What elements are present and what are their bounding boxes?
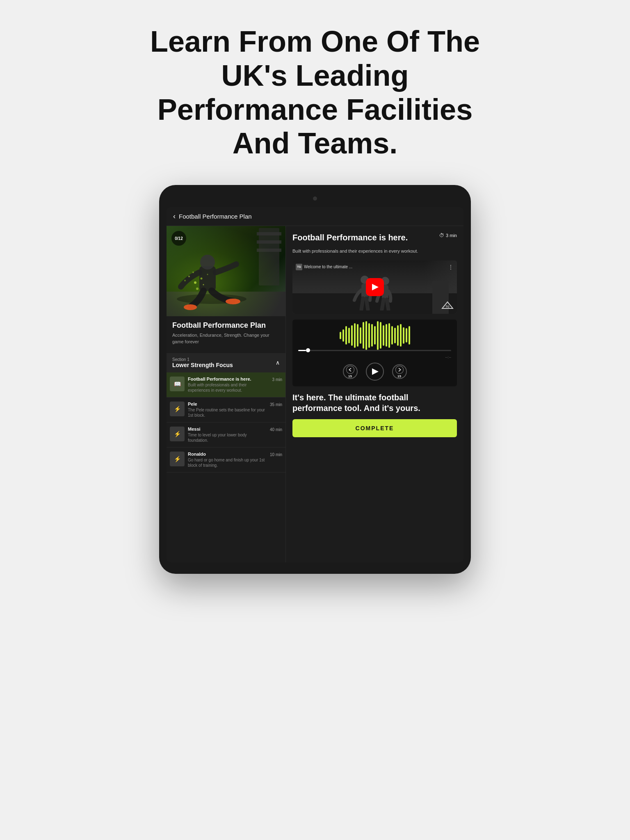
back-icon[interactable]: ‹: [173, 212, 176, 221]
tablet-camera: [313, 196, 317, 201]
chevron-up-icon[interactable]: ∧: [276, 359, 280, 366]
wave-bar: [348, 328, 350, 343]
wave-bar: [406, 328, 407, 342]
progress-thumb: [306, 348, 310, 352]
wave-bar: [409, 326, 410, 345]
lesson-desc: The Pele routine sets the baseline for y…: [188, 407, 267, 418]
video-title-bar: TG Welcome to the ultimate ... ⋮: [296, 264, 454, 270]
wave-bar: [351, 325, 353, 346]
skip-back-button[interactable]: 15: [343, 364, 358, 379]
screen-content: 0/12 Football Performance Plan Accelerat…: [167, 226, 463, 562]
svg-point-9: [203, 284, 204, 285]
lesson-name: Pele: [188, 402, 267, 406]
lesson-name: Ronaldo: [188, 452, 267, 457]
page-headline: Learn From One Of The UK's Leading Perfo…: [130, 25, 500, 160]
plan-subtitle: Acceleration, Endurance, Strength. Chang…: [172, 332, 280, 345]
wave-bar: [354, 323, 356, 348]
svg-text:TG: TG: [445, 305, 450, 308]
video-title-text: Welcome to the ultimate ...: [304, 265, 352, 269]
lesson-item[interactable]: ⚡ Pele The Pele routine sets the baselin…: [167, 397, 285, 422]
play-main-button[interactable]: [366, 363, 384, 381]
video-thumbnail[interactable]: TG Welcome to the ultimate ... ⋮: [292, 260, 457, 314]
book-icon: 📖: [174, 381, 181, 387]
progress-track[interactable]: [298, 350, 451, 351]
wave-bar: [357, 324, 358, 347]
content-title: Football Performance is here.: [292, 233, 439, 242]
time-display: --:--: [298, 355, 451, 359]
skip-forward-label: 15: [397, 374, 401, 378]
svg-point-5: [194, 281, 196, 284]
wave-bar: [371, 324, 373, 347]
progress-badge: 0/12: [171, 231, 186, 246]
complete-button[interactable]: COMPLETE: [292, 419, 457, 437]
svg-point-20: [395, 365, 403, 373]
lesson-item[interactable]: ⚡ Ronaldo Go hard or go home and finish …: [167, 447, 285, 472]
right-column: Football Performance is here. ⏱ 3 min Bu…: [285, 226, 463, 562]
nav-title: Football Performance Plan: [179, 213, 252, 220]
wave-bar: [360, 327, 361, 344]
wave-bar: [383, 325, 384, 346]
lesson-duration: 40 min: [270, 427, 282, 432]
section-label: Section 1: [172, 357, 233, 362]
wave-bar: [377, 321, 379, 350]
lesson-item[interactable]: 📖 Football Performance is here. Built wi…: [167, 372, 285, 397]
section-name: Lower Strength Focus: [172, 362, 233, 368]
bolt-icon: ⚡: [174, 456, 181, 462]
svg-point-2: [200, 255, 215, 269]
wave-bar: [400, 324, 402, 347]
channel-icon: TG: [296, 264, 302, 270]
duration-text: 3 min: [446, 233, 457, 238]
svg-point-3: [184, 304, 197, 310]
lesson-name: Messi: [188, 427, 267, 431]
svg-point-7: [201, 278, 203, 280]
wave-bar: [342, 329, 344, 342]
svg-point-11: [196, 288, 199, 290]
wave-bar: [391, 326, 393, 345]
lesson-duration: 3 min: [272, 377, 282, 382]
tablet-screen: ‹ Football Performance Plan: [167, 207, 463, 562]
wave-bar: [386, 324, 387, 347]
audio-player: --:-- 15: [292, 320, 457, 386]
svg-point-10: [184, 280, 186, 281]
plan-title: Football Performance Plan: [172, 321, 280, 330]
wave-bar: [365, 321, 367, 350]
lesson-icon-box: ⚡: [170, 452, 185, 466]
hero-image: 0/12: [167, 226, 285, 316]
wave-bar: [345, 326, 347, 345]
lesson-icon-box: 📖: [170, 377, 185, 391]
play-button[interactable]: [366, 278, 384, 296]
video-watermark: TG: [441, 301, 454, 310]
wave-bar: [403, 327, 404, 344]
wave-bar: [394, 328, 396, 343]
wave-bar: [388, 323, 390, 348]
lesson-name: Football Performance is here.: [188, 377, 269, 381]
wave-bar: [340, 332, 341, 339]
skip-back-label: 15: [348, 374, 352, 378]
plan-info: Football Performance Plan Acceleration, …: [167, 316, 285, 350]
nav-bar: ‹ Football Performance Plan: [167, 207, 463, 226]
wave-bar: [380, 322, 381, 349]
waveform: [298, 325, 451, 346]
wave-bar: [368, 323, 370, 348]
lesson-duration: 35 min: [270, 402, 282, 407]
lesson-item[interactable]: ⚡ Messi Time to level up your lower body…: [167, 422, 285, 447]
section-header[interactable]: Section 1 Lower Strength Focus ∧: [167, 353, 285, 372]
lesson-icon-box: ⚡: [170, 402, 185, 416]
lesson-desc: Go hard or go home and finish up your 1s…: [188, 457, 267, 468]
bolt-icon: ⚡: [174, 406, 181, 412]
svg-point-6: [188, 276, 190, 277]
lesson-desc: Built with professionals and their exper…: [188, 382, 269, 393]
clock-icon: ⏱: [439, 233, 444, 238]
content-description: Built with professionals and their exper…: [292, 248, 457, 254]
progress-fill: [298, 350, 306, 351]
more-options-icon[interactable]: ⋮: [448, 264, 454, 270]
svg-point-19: [346, 365, 354, 373]
player-controls: 15 15: [298, 363, 451, 381]
bolt-icon: ⚡: [174, 431, 181, 437]
svg-point-12: [207, 274, 208, 275]
svg-point-4: [226, 299, 240, 304]
skip-forward-button[interactable]: 15: [392, 364, 407, 379]
wave-bar: [363, 322, 364, 349]
content-header: Football Performance is here. ⏱ 3 min: [292, 233, 457, 242]
lesson-icon-box: ⚡: [170, 427, 185, 441]
